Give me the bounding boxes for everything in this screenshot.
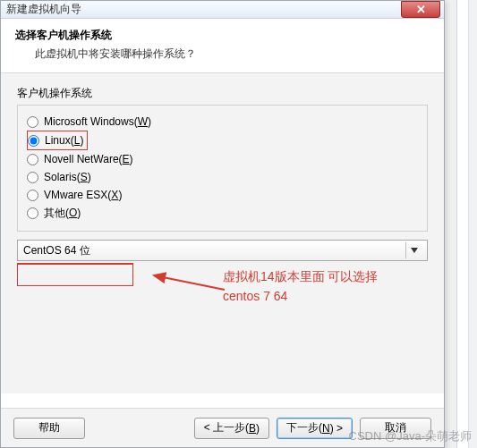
back-button[interactable]: < 上一步(B): [194, 418, 269, 439]
radio-solaris-input[interactable]: [27, 172, 38, 183]
version-selected: CentOS 64 位: [23, 243, 90, 258]
radio-windows-label: Microsoft Windows(W): [44, 115, 151, 128]
help-button[interactable]: 帮助: [13, 418, 85, 439]
radio-other[interactable]: 其他(O): [27, 204, 418, 222]
radio-other-label: 其他(O): [44, 206, 81, 221]
wizard-window: 新建虚拟机向导 ✕ 选择客户机操作系统 此虚拟机中将安装哪种操作系统？ 客户机操…: [0, 0, 445, 448]
annotation-line2: centos 7 64: [223, 286, 378, 306]
close-button[interactable]: ✕: [401, 1, 440, 18]
radio-linux-input[interactable]: [28, 135, 39, 147]
window-title: 新建虚拟机向导: [6, 2, 81, 17]
os-group-box: Microsoft Windows(W) Linux(L) Novell Net…: [17, 105, 428, 232]
footer: 帮助 < 上一步(B) 下一步(N) > 取消: [1, 408, 444, 447]
side-stripe-inner: [468, 0, 477, 448]
os-group-label: 客户机操作系统: [17, 86, 428, 101]
radio-solaris-label: Solaris(S): [44, 171, 91, 183]
chevron-down-icon: [405, 242, 422, 258]
radio-windows-input[interactable]: [27, 116, 38, 128]
radio-netware[interactable]: Novell NetWare(E): [27, 150, 418, 168]
radio-solaris[interactable]: Solaris(S): [27, 168, 418, 186]
radio-linux[interactable]: Linux(L): [28, 131, 83, 149]
radio-windows[interactable]: Microsoft Windows(W): [27, 113, 418, 131]
radio-vmware-esx-label: VMware ESX(X): [44, 189, 122, 201]
cancel-button[interactable]: 取消: [360, 418, 431, 439]
highlight-linux-box: Linux(L): [27, 131, 88, 150]
side-stripe: [456, 0, 477, 448]
radio-vmware-esx[interactable]: VMware ESX(X): [27, 186, 418, 204]
header-pane: 选择客户机操作系统 此虚拟机中将安装哪种操作系统？: [1, 19, 444, 73]
highlight-empty-box: [17, 263, 133, 286]
body-pane: 客户机操作系统 Microsoft Windows(W) Linux(L) No…: [1, 73, 444, 393]
titlebar: 新建虚拟机向导 ✕: [1, 1, 444, 19]
radio-vmware-esx-input[interactable]: [27, 190, 38, 201]
annotation-text: 虚拟机14版本里面 可以选择 centos 7 64: [223, 266, 378, 307]
close-icon: ✕: [416, 3, 426, 16]
highlight-version-box: [17, 263, 133, 265]
annotation-line1: 虚拟机14版本里面 可以选择: [223, 266, 378, 286]
radio-netware-input[interactable]: [27, 154, 38, 165]
version-combobox[interactable]: CentOS 64 位: [17, 240, 428, 261]
radio-netware-label: Novell NetWare(E): [44, 153, 133, 165]
page-subtitle: 此虚拟机中将安装哪种操作系统？: [15, 46, 430, 62]
next-button[interactable]: 下一步(N) >: [277, 418, 353, 439]
radio-linux-label: Linux(L): [45, 134, 83, 147]
radio-other-input[interactable]: [27, 207, 38, 219]
page-title: 选择客户机操作系统: [15, 28, 430, 43]
